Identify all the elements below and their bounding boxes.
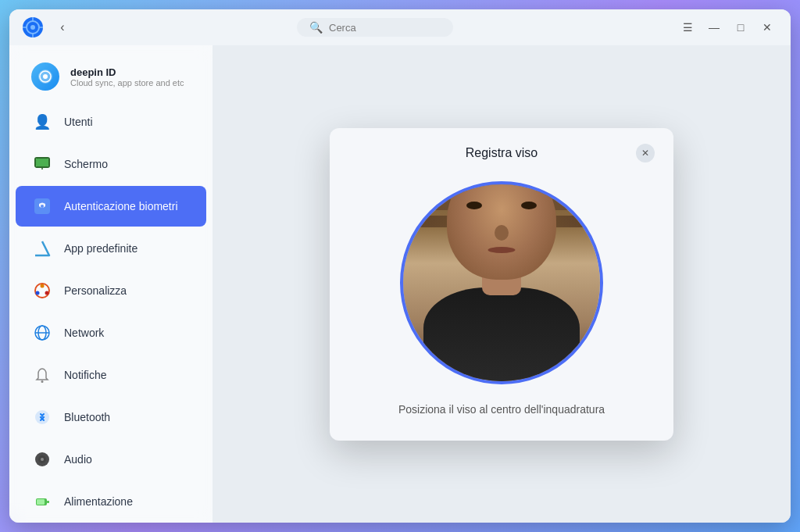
deepin-id-text: deepin ID Cloud sync, app store and etc: [70, 66, 184, 87]
sidebar-label-utenti: Utenti: [64, 116, 93, 128]
svg-point-2: [30, 25, 35, 30]
main-content: Registra viso ✕: [212, 45, 791, 523]
svg-point-14: [41, 205, 44, 208]
sidebar-item-bluetooth[interactable]: Bluetooth: [16, 397, 206, 437]
sidebar-item-alimentazione[interactable]: Alimentazione: [16, 481, 206, 522]
svg-point-23: [35, 410, 49, 424]
nose: [495, 225, 509, 241]
personalizza-icon: [31, 280, 53, 302]
close-icon: ✕: [762, 21, 772, 34]
modal-close-button[interactable]: ✕: [636, 144, 655, 162]
back-button[interactable]: ‹: [52, 16, 73, 38]
sidebar-item-network[interactable]: Network: [16, 312, 206, 353]
svg-point-17: [45, 291, 49, 295]
audio-icon: [31, 448, 53, 470]
menu-icon: ☰: [683, 21, 693, 34]
svg-point-16: [41, 284, 45, 288]
sidebar-label-app: App predefinite: [64, 242, 138, 255]
face: [447, 184, 556, 280]
sidebar-item-app-predefinite[interactable]: App predefinite: [16, 228, 206, 269]
back-icon: ‹: [60, 20, 64, 34]
sidebar-label-schermo: Schermo: [64, 158, 108, 170]
sidebar-item-notifiche[interactable]: Notifiche: [16, 355, 206, 395]
minimize-button[interactable]: —: [703, 16, 725, 38]
network-icon: [31, 322, 53, 344]
screen-icon: [31, 153, 53, 175]
sidebar-label-notifiche: Notifiche: [64, 369, 106, 381]
sidebar-label-personalizza: Personalizza: [64, 284, 127, 297]
app-icon: [31, 237, 53, 259]
sidebar-label-alimentazione: Alimentazione: [64, 495, 133, 508]
minimize-icon: —: [709, 21, 720, 34]
sidebar-item-biometrica[interactable]: Autenticazione biometri: [16, 186, 206, 227]
power-icon: [31, 491, 53, 512]
sidebar-item-utenti[interactable]: 👤 Utenti: [16, 102, 206, 142]
app-logo: [22, 16, 44, 38]
content-area: deepin ID Cloud sync, app store and etc …: [9, 45, 791, 523]
menu-button[interactable]: ☰: [677, 16, 698, 38]
svg-rect-29: [37, 499, 45, 505]
right-eye: [521, 202, 537, 209]
close-button[interactable]: ✕: [756, 16, 778, 38]
mouth: [488, 247, 516, 253]
sidebar: deepin ID Cloud sync, app store and etc …: [9, 45, 212, 523]
title-bar: ‹ 🔍 ☰ — □ ✕: [9, 9, 791, 45]
deepin-id-subtitle: Cloud sync, app store and etc: [70, 78, 184, 87]
face-register-modal: Registra viso ✕: [330, 128, 673, 441]
sidebar-label-biometrica: Autenticazione biometri: [64, 200, 178, 212]
search-input[interactable]: [329, 22, 441, 34]
svg-point-8: [43, 74, 48, 79]
notif-icon: [31, 364, 53, 386]
svg-point-26: [41, 458, 44, 461]
svg-rect-28: [47, 501, 49, 503]
sidebar-label-bluetooth: Bluetooth: [64, 411, 110, 423]
maximize-icon: □: [738, 21, 744, 34]
sidebar-item-schermo[interactable]: Schermo: [16, 144, 206, 184]
modal-header: Registra viso ✕: [330, 128, 673, 175]
left-eye: [466, 202, 482, 209]
search-bar[interactable]: 🔍: [297, 18, 453, 37]
face-photo: [403, 184, 600, 381]
search-icon: 🔍: [309, 21, 323, 34]
user-icon: 👤: [31, 111, 53, 133]
sidebar-item-audio[interactable]: Audio: [16, 439, 206, 480]
sidebar-label-network: Network: [64, 327, 104, 339]
window-controls: ☰ — □ ✕: [677, 16, 778, 38]
sidebar-item-personalizza[interactable]: Personalizza: [16, 270, 206, 311]
modal-instruction: Posiziona il viso al centro dell'inquadr…: [373, 403, 630, 416]
main-window: ‹ 🔍 ☰ — □ ✕: [9, 9, 791, 523]
biometric-icon: [31, 195, 53, 217]
shirt: [423, 287, 580, 381]
modal-overlay: Registra viso ✕: [212, 45, 791, 523]
title-bar-left: ‹: [22, 16, 73, 38]
maximize-button[interactable]: □: [730, 16, 752, 38]
modal-title: Registra viso: [367, 146, 636, 160]
sidebar-label-audio: Audio: [64, 453, 92, 466]
svg-point-22: [41, 380, 44, 383]
sidebar-item-deepin-id[interactable]: deepin ID Cloud sync, app store and etc: [16, 53, 206, 100]
bluetooth-icon: [31, 406, 53, 428]
svg-point-18: [36, 291, 40, 295]
deepin-id-name: deepin ID: [70, 66, 184, 78]
svg-rect-10: [36, 159, 48, 166]
deepin-id-icon: [31, 62, 59, 91]
modal-close-icon: ✕: [641, 148, 649, 159]
face-capture-circle: [400, 181, 603, 384]
